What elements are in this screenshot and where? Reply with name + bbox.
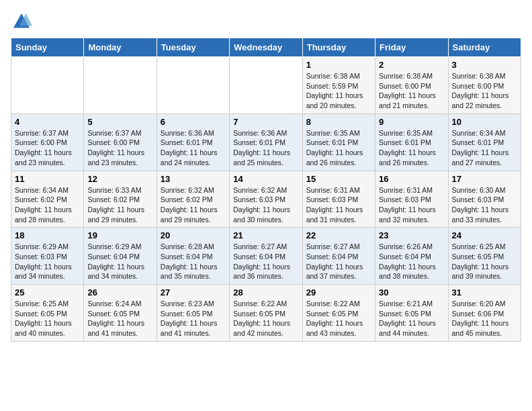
calendar-cell: 1Sunrise: 6:38 AM Sunset: 5:59 PM Daylig…	[302, 57, 375, 114]
calendar-cell: 10Sunrise: 6:34 AM Sunset: 6:01 PM Dayli…	[448, 113, 521, 171]
day-info: Sunrise: 6:32 AM Sunset: 6:02 PM Dayligh…	[161, 185, 226, 225]
calendar-cell	[11, 57, 84, 114]
day-number: 6	[161, 117, 226, 127]
day-info: Sunrise: 6:38 AM Sunset: 6:00 PM Dayligh…	[379, 71, 444, 111]
day-number: 15	[306, 174, 371, 184]
calendar-cell: 28Sunrise: 6:22 AM Sunset: 6:05 PM Dayli…	[230, 285, 302, 342]
day-number: 31	[452, 287, 517, 298]
day-number: 29	[306, 287, 371, 298]
calendar-cell: 27Sunrise: 6:23 AM Sunset: 6:05 PM Dayli…	[157, 285, 229, 342]
day-info: Sunrise: 6:21 AM Sunset: 6:05 PM Dayligh…	[379, 299, 444, 338]
day-number: 28	[233, 287, 298, 298]
day-info: Sunrise: 6:35 AM Sunset: 6:01 PM Dayligh…	[379, 128, 444, 168]
day-info: Sunrise: 6:25 AM Sunset: 6:05 PM Dayligh…	[452, 242, 517, 281]
day-number: 3	[452, 60, 517, 70]
day-number: 9	[379, 117, 444, 127]
weekday-header: Wednesday	[230, 38, 302, 57]
calendar-cell: 19Sunrise: 6:29 AM Sunset: 6:04 PM Dayli…	[84, 228, 157, 285]
calendar-cell: 16Sunrise: 6:31 AM Sunset: 6:03 PM Dayli…	[375, 171, 448, 228]
day-number: 4	[15, 117, 80, 127]
calendar-cell: 29Sunrise: 6:22 AM Sunset: 6:05 PM Dayli…	[302, 285, 375, 342]
calendar-cell	[157, 57, 229, 114]
day-number: 22	[306, 230, 371, 240]
day-number: 19	[87, 230, 152, 240]
weekday-header: Sunday	[11, 38, 84, 57]
day-number: 13	[161, 174, 226, 184]
day-info: Sunrise: 6:38 AM Sunset: 5:59 PM Dayligh…	[306, 71, 371, 111]
calendar-cell: 14Sunrise: 6:32 AM Sunset: 6:03 PM Dayli…	[230, 171, 302, 228]
day-info: Sunrise: 6:34 AM Sunset: 6:01 PM Dayligh…	[452, 128, 517, 168]
calendar-cell: 26Sunrise: 6:24 AM Sunset: 6:05 PM Dayli…	[84, 285, 157, 342]
calendar-cell: 9Sunrise: 6:35 AM Sunset: 6:01 PM Daylig…	[375, 113, 448, 171]
day-number: 10	[452, 117, 517, 127]
page-header	[11, 11, 521, 32]
day-info: Sunrise: 6:24 AM Sunset: 6:05 PM Dayligh…	[87, 299, 152, 338]
day-number: 12	[87, 174, 152, 184]
day-info: Sunrise: 6:38 AM Sunset: 6:00 PM Dayligh…	[452, 71, 517, 111]
calendar-cell: 18Sunrise: 6:29 AM Sunset: 6:03 PM Dayli…	[11, 228, 84, 285]
day-info: Sunrise: 6:32 AM Sunset: 6:03 PM Dayligh…	[233, 185, 298, 225]
calendar-cell	[84, 57, 157, 114]
day-number: 11	[15, 174, 80, 184]
calendar-cell: 3Sunrise: 6:38 AM Sunset: 6:00 PM Daylig…	[448, 57, 521, 114]
calendar-cell: 30Sunrise: 6:21 AM Sunset: 6:05 PM Dayli…	[375, 285, 448, 342]
calendar-cell: 12Sunrise: 6:33 AM Sunset: 6:02 PM Dayli…	[84, 171, 157, 228]
day-number: 5	[87, 117, 152, 127]
weekday-header: Thursday	[302, 38, 375, 57]
day-number: 7	[233, 117, 298, 127]
day-number: 23	[379, 230, 444, 240]
calendar-week-row: 25Sunrise: 6:25 AM Sunset: 6:05 PM Dayli…	[11, 285, 521, 342]
day-info: Sunrise: 6:37 AM Sunset: 6:00 PM Dayligh…	[87, 128, 152, 168]
calendar-cell: 11Sunrise: 6:34 AM Sunset: 6:02 PM Dayli…	[11, 171, 84, 228]
weekday-header: Monday	[84, 38, 157, 57]
calendar-week-row: 18Sunrise: 6:29 AM Sunset: 6:03 PM Dayli…	[11, 228, 521, 285]
day-info: Sunrise: 6:31 AM Sunset: 6:03 PM Dayligh…	[306, 185, 371, 225]
day-info: Sunrise: 6:23 AM Sunset: 6:05 PM Dayligh…	[161, 299, 226, 338]
calendar-week-row: 11Sunrise: 6:34 AM Sunset: 6:02 PM Dayli…	[11, 171, 521, 228]
weekday-header: Tuesday	[157, 38, 229, 57]
day-info: Sunrise: 6:35 AM Sunset: 6:01 PM Dayligh…	[306, 128, 371, 168]
day-number: 25	[15, 287, 80, 298]
calendar-cell: 4Sunrise: 6:37 AM Sunset: 6:00 PM Daylig…	[11, 113, 84, 171]
calendar-header: SundayMondayTuesdayWednesdayThursdayFrid…	[11, 38, 521, 57]
calendar-cell: 5Sunrise: 6:37 AM Sunset: 6:00 PM Daylig…	[84, 113, 157, 171]
day-number: 17	[452, 174, 517, 184]
logo	[11, 11, 35, 32]
calendar-week-row: 1Sunrise: 6:38 AM Sunset: 5:59 PM Daylig…	[11, 57, 521, 114]
day-info: Sunrise: 6:34 AM Sunset: 6:02 PM Dayligh…	[15, 185, 80, 225]
calendar-cell: 25Sunrise: 6:25 AM Sunset: 6:05 PM Dayli…	[11, 285, 84, 342]
weekday-header: Friday	[375, 38, 448, 57]
day-number: 8	[306, 117, 371, 127]
day-number: 27	[161, 287, 226, 298]
day-number: 16	[379, 174, 444, 184]
day-info: Sunrise: 6:25 AM Sunset: 6:05 PM Dayligh…	[15, 299, 80, 338]
day-number: 20	[161, 230, 226, 240]
calendar-cell: 22Sunrise: 6:27 AM Sunset: 6:04 PM Dayli…	[302, 228, 375, 285]
day-info: Sunrise: 6:29 AM Sunset: 6:03 PM Dayligh…	[15, 242, 80, 281]
day-number: 30	[379, 287, 444, 298]
day-info: Sunrise: 6:22 AM Sunset: 6:05 PM Dayligh…	[233, 299, 298, 338]
day-number: 21	[233, 230, 298, 240]
calendar-week-row: 4Sunrise: 6:37 AM Sunset: 6:00 PM Daylig…	[11, 113, 521, 171]
day-info: Sunrise: 6:31 AM Sunset: 6:03 PM Dayligh…	[379, 185, 444, 225]
day-info: Sunrise: 6:29 AM Sunset: 6:04 PM Dayligh…	[87, 242, 152, 281]
calendar-cell: 2Sunrise: 6:38 AM Sunset: 6:00 PM Daylig…	[375, 57, 448, 114]
logo-icon	[11, 11, 32, 32]
calendar-cell: 6Sunrise: 6:36 AM Sunset: 6:01 PM Daylig…	[157, 113, 229, 171]
calendar-cell: 23Sunrise: 6:26 AM Sunset: 6:04 PM Dayli…	[375, 228, 448, 285]
day-number: 18	[15, 230, 80, 240]
calendar-table: SundayMondayTuesdayWednesdayThursdayFrid…	[11, 38, 521, 342]
calendar-cell: 20Sunrise: 6:28 AM Sunset: 6:04 PM Dayli…	[157, 228, 229, 285]
day-info: Sunrise: 6:28 AM Sunset: 6:04 PM Dayligh…	[161, 242, 226, 281]
calendar-cell: 8Sunrise: 6:35 AM Sunset: 6:01 PM Daylig…	[302, 113, 375, 171]
day-number: 24	[452, 230, 517, 240]
calendar-cell: 13Sunrise: 6:32 AM Sunset: 6:02 PM Dayli…	[157, 171, 229, 228]
day-number: 1	[306, 60, 371, 70]
calendar-cell: 24Sunrise: 6:25 AM Sunset: 6:05 PM Dayli…	[448, 228, 521, 285]
calendar-cell: 7Sunrise: 6:36 AM Sunset: 6:01 PM Daylig…	[230, 113, 302, 171]
day-info: Sunrise: 6:36 AM Sunset: 6:01 PM Dayligh…	[233, 128, 298, 168]
day-info: Sunrise: 6:36 AM Sunset: 6:01 PM Dayligh…	[161, 128, 226, 168]
day-info: Sunrise: 6:33 AM Sunset: 6:02 PM Dayligh…	[87, 185, 152, 225]
calendar-cell: 21Sunrise: 6:27 AM Sunset: 6:04 PM Dayli…	[230, 228, 302, 285]
weekday-header-row: SundayMondayTuesdayWednesdayThursdayFrid…	[11, 38, 521, 57]
